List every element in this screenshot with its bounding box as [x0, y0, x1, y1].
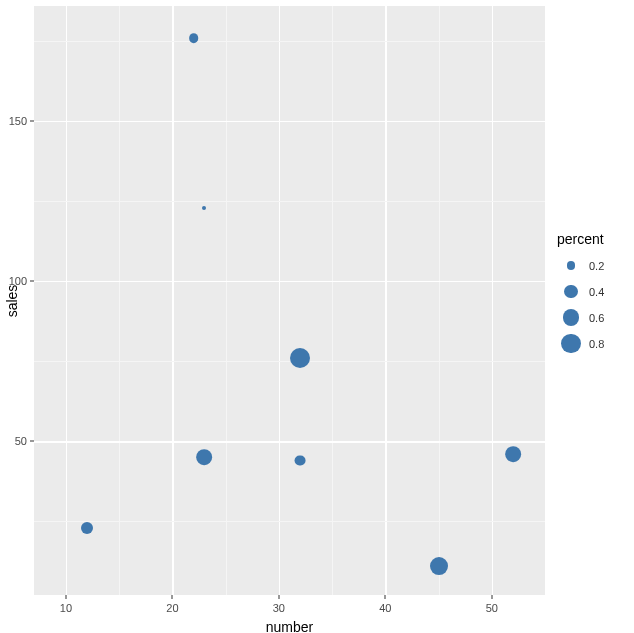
legend-item: 0.8 [557, 331, 604, 357]
circle-icon [567, 261, 575, 269]
grid-major-v [66, 6, 67, 595]
circle-icon [564, 285, 577, 298]
grid-minor-v [439, 6, 440, 595]
legend-label: 0.2 [589, 260, 604, 272]
grid-major-v [385, 6, 386, 595]
legend-item: 0.2 [557, 253, 604, 279]
grid-major-v [172, 6, 173, 595]
tick-mark-x [491, 595, 492, 599]
x-tick-label: 50 [486, 602, 498, 614]
y-tick-label: 50 [15, 435, 27, 447]
grid-minor-h [34, 41, 545, 42]
data-point [196, 450, 212, 466]
x-tick-label: 10 [60, 602, 72, 614]
tick-mark-y [30, 281, 34, 282]
data-point [430, 557, 448, 575]
grid-major-h [34, 281, 545, 282]
x-tick-label: 40 [379, 602, 391, 614]
y-tick-label: 150 [9, 115, 27, 127]
tick-mark-x [172, 595, 173, 599]
tick-mark-y [30, 441, 34, 442]
grid-minor-v [119, 6, 120, 595]
x-tick-label: 30 [273, 602, 285, 614]
legend-title: percent [557, 231, 604, 247]
data-point [202, 206, 206, 210]
grid-minor-h [34, 521, 545, 522]
legend-swatch [557, 331, 585, 357]
circle-icon [561, 334, 580, 353]
circle-icon [563, 309, 579, 325]
legend-swatch [557, 305, 585, 331]
tick-mark-x [65, 595, 66, 599]
grid-major-v [492, 6, 493, 595]
grid-minor-v [332, 6, 333, 595]
legend: percent 0.20.40.60.8 [557, 231, 604, 357]
grid-minor-h [34, 201, 545, 202]
legend-label: 0.4 [589, 286, 604, 298]
legend-label: 0.6 [589, 312, 604, 324]
legend-item: 0.4 [557, 279, 604, 305]
y-axis-label: sales [4, 284, 20, 317]
grid-major-v [279, 6, 280, 595]
grid-minor-h [34, 361, 545, 362]
grid-major-h [34, 441, 545, 442]
data-point [189, 33, 199, 43]
plot-panel: 102030405050100150 [34, 6, 545, 595]
legend-item: 0.6 [557, 305, 604, 331]
legend-swatch [557, 279, 585, 305]
legend-swatch [557, 253, 585, 279]
chart-container: 102030405050100150 number sales percent … [0, 0, 634, 633]
data-point [505, 446, 521, 462]
x-axis-label: number [266, 619, 313, 633]
grid-major-h [34, 121, 545, 122]
grid-minor-v [226, 6, 227, 595]
tick-mark-x [278, 595, 279, 599]
data-point [295, 455, 306, 466]
legend-label: 0.8 [589, 338, 604, 350]
tick-mark-y [30, 121, 34, 122]
data-point [290, 348, 310, 368]
x-tick-label: 20 [166, 602, 178, 614]
tick-mark-x [385, 595, 386, 599]
data-point [81, 522, 93, 534]
